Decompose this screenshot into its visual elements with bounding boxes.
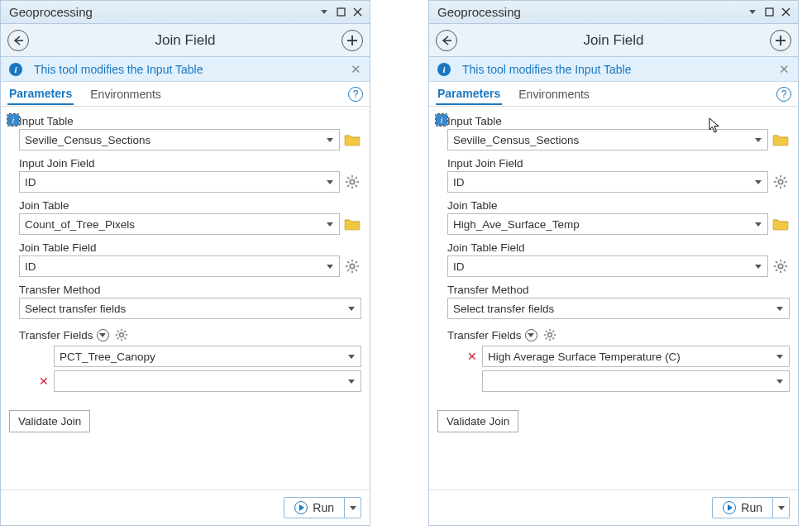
transfer-field-row — [467, 370, 790, 392]
input-join-field-label: Input Join Field — [447, 157, 790, 170]
tab-environments[interactable]: Environments — [517, 84, 591, 104]
help-icon[interactable]: ? — [776, 87, 791, 102]
transfer-field-row: ✕ — [39, 370, 361, 392]
chevron-down-icon[interactable] — [317, 5, 332, 20]
expand-toggle-button[interactable] — [525, 329, 537, 341]
titlebar: Geoprocessing — [1, 1, 370, 24]
join-table-combo[interactable]: Count_of_Tree_Pixels — [19, 213, 340, 235]
back-button[interactable] — [7, 30, 29, 51]
join-table-label: Join Table — [19, 199, 361, 212]
run-button[interactable]: Run — [712, 497, 773, 518]
tabs: Parameters Environments ? — [1, 82, 370, 107]
chevron-down-icon — [347, 352, 356, 360]
browse-folder-button[interactable] — [771, 131, 790, 149]
join-table-field-combo[interactable]: ID — [447, 255, 768, 277]
close-icon[interactable] — [778, 5, 793, 20]
transfer-field-row: ✕ High Average Surface Temperature (C) — [467, 346, 790, 367]
transfer-field-row: PCT_Tree_Canopy — [39, 346, 361, 367]
input-table-label: Input Table — [9, 115, 361, 127]
toolbar: Join Field — [1, 24, 370, 57]
chevron-down-icon — [776, 304, 784, 313]
toolbar: Join Field — [429, 24, 798, 57]
join-table-label: Join Table — [447, 199, 790, 212]
transfer-method-label: Transfer Method — [19, 284, 361, 296]
chevron-down-icon — [776, 377, 784, 385]
input-join-field-combo[interactable]: ID — [19, 171, 340, 193]
chevron-down-icon — [347, 377, 356, 385]
chevron-down-icon — [326, 220, 334, 228]
browse-folder-button[interactable] — [771, 215, 790, 233]
play-icon — [723, 501, 736, 514]
run-dropdown-button[interactable] — [773, 497, 790, 518]
settings-button[interactable] — [771, 257, 790, 275]
parameters-panel: i Input Table Seville_Census_Sections In… — [1, 107, 370, 489]
titlebar: Geoprocessing — [429, 1, 798, 24]
tab-parameters[interactable]: Parameters — [436, 84, 502, 105]
join-table-field-combo[interactable]: ID — [19, 255, 340, 277]
chevron-down-icon — [754, 178, 762, 186]
info-text: This tool modifies the Input Table — [462, 63, 631, 76]
join-table-field-label: Join Table Field — [447, 241, 790, 254]
chevron-down-icon — [754, 220, 762, 228]
help-icon[interactable]: ? — [348, 87, 363, 102]
validate-join-button[interactable]: Validate Join — [9, 410, 90, 432]
add-button[interactable] — [342, 30, 363, 51]
run-button-group: Run — [712, 497, 790, 518]
info-text: This tool modifies the Input Table — [34, 63, 203, 76]
run-button[interactable]: Run — [284, 497, 345, 518]
pane-title: Geoprocessing — [9, 5, 315, 19]
transfer-method-combo[interactable]: Select transfer fields — [447, 298, 790, 319]
footer: Run — [429, 489, 798, 525]
transfer-field-combo[interactable] — [54, 370, 361, 392]
browse-folder-button[interactable] — [343, 215, 361, 233]
settings-button[interactable] — [771, 173, 790, 191]
chevron-down-icon — [326, 178, 334, 186]
close-icon[interactable] — [350, 5, 365, 20]
transfer-field-combo[interactable]: PCT_Tree_Canopy — [54, 346, 361, 367]
settings-button[interactable] — [343, 173, 361, 191]
chevron-down-icon — [754, 136, 762, 144]
tab-environments[interactable]: Environments — [88, 84, 163, 104]
transfer-field-combo[interactable] — [482, 370, 790, 392]
chevron-down-icon — [347, 304, 356, 313]
chevron-down-icon — [326, 136, 334, 144]
chevron-down-icon — [776, 352, 784, 360]
input-table-combo[interactable]: Seville_Census_Sections — [19, 129, 340, 150]
info-marker-icon: i — [7, 114, 19, 126]
info-bar: i This tool modifies the Input Table ✕ — [429, 57, 798, 82]
settings-button[interactable] — [112, 326, 131, 344]
settings-button[interactable] — [541, 326, 559, 344]
remove-row-button[interactable]: ✕ — [467, 350, 477, 363]
tabs: Parameters Environments ? — [429, 82, 798, 107]
chevron-down-icon[interactable] — [745, 5, 760, 20]
maximize-icon[interactable] — [333, 5, 348, 20]
input-join-field-label: Input Join Field — [19, 157, 361, 170]
back-button[interactable] — [436, 30, 457, 51]
tab-parameters[interactable]: Parameters — [7, 84, 74, 105]
input-table-label: Input Table — [437, 115, 790, 127]
footer: Run — [1, 489, 370, 525]
transfer-field-combo[interactable]: High Average Surface Temperature (C) — [482, 346, 790, 367]
expand-toggle-button[interactable] — [97, 329, 109, 341]
transfer-method-combo[interactable]: Select transfer fields — [19, 298, 361, 319]
close-info-button[interactable]: ✕ — [779, 62, 790, 77]
parameters-panel: i Input Table Seville_Census_Sections In… — [429, 107, 798, 489]
chevron-down-icon — [326, 262, 334, 270]
close-info-button[interactable]: ✕ — [351, 62, 361, 77]
settings-button[interactable] — [343, 257, 361, 275]
remove-row-button[interactable]: ✕ — [39, 375, 49, 388]
input-join-field-combo[interactable]: ID — [447, 171, 768, 193]
maximize-icon[interactable] — [762, 5, 776, 20]
join-table-combo[interactable]: High_Ave_Surface_Temp — [447, 213, 768, 235]
tool-title: Join Field — [457, 32, 770, 49]
validate-join-button[interactable]: Validate Join — [437, 410, 518, 432]
transfer-fields-label: Transfer Fields — [447, 329, 522, 341]
add-button[interactable] — [770, 30, 791, 51]
pane-title: Geoprocessing — [437, 5, 743, 19]
join-table-field-label: Join Table Field — [19, 241, 361, 254]
play-icon — [294, 501, 308, 514]
input-table-combo[interactable]: Seville_Census_Sections — [447, 129, 768, 150]
run-dropdown-button[interactable] — [345, 497, 361, 518]
browse-folder-button[interactable] — [343, 131, 361, 149]
info-icon: i — [437, 63, 451, 76]
